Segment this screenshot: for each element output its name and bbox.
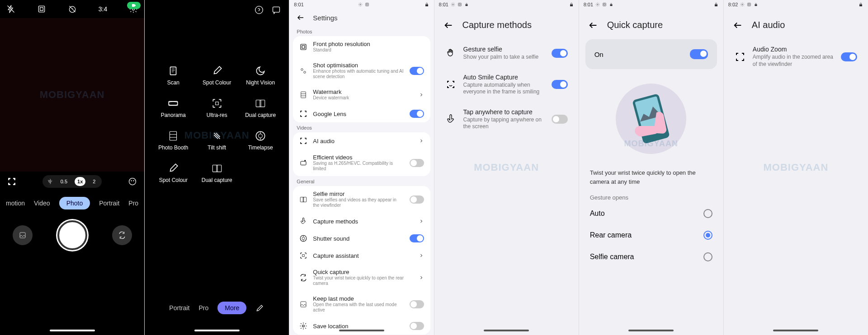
shutter-button[interactable] xyxy=(57,220,87,250)
row-selfie-mirror[interactable]: Selfie mirrorSave selfies and videos as … xyxy=(293,186,430,213)
toggle-keep-last-mode[interactable] xyxy=(410,300,424,308)
back-button[interactable] xyxy=(297,14,305,22)
gallery-button[interactable] xyxy=(13,225,33,245)
toggle-efficient-videos[interactable] xyxy=(410,159,424,167)
nav-bar-handle[interactable] xyxy=(50,330,95,331)
mode-spot-colour[interactable]: Spot Colour xyxy=(198,65,236,86)
page-title: Settings xyxy=(313,14,337,22)
row-watermark[interactable]: WatermarkDevice watermark xyxy=(293,84,430,105)
toggle-audio-zoom[interactable] xyxy=(841,52,857,61)
aspect-ratio-label[interactable]: 3:4 xyxy=(99,5,107,13)
more-modes-screen: Scan Spot Colour Night Vision Panorama U… xyxy=(145,0,289,335)
row-shutter-sound[interactable]: Shutter sound xyxy=(293,230,430,247)
toggle-shutter-sound[interactable] xyxy=(410,234,424,242)
mode-pro[interactable]: Pro xyxy=(128,200,138,207)
help-icon[interactable] xyxy=(255,5,264,14)
timer-off-icon[interactable] xyxy=(68,5,77,14)
radio-selfie-camera[interactable]: Selfie camera xyxy=(579,246,723,268)
flash-off-icon[interactable] xyxy=(6,5,15,14)
mode-dual-capture-2[interactable]: Dual capture xyxy=(198,163,236,183)
nav-bar-handle[interactable] xyxy=(773,330,818,331)
status-time: 8:01 xyxy=(584,2,593,7)
row-keep-last-mode[interactable]: Keep last modeOpen the camera with the l… xyxy=(293,291,430,317)
mode-video[interactable]: Video xyxy=(34,200,50,207)
row-front-photo-resolution[interactable]: Front photo resolutionStandard xyxy=(293,36,430,57)
zoom-1x[interactable]: 1x xyxy=(75,177,85,186)
mode-portrait[interactable]: Portrait xyxy=(99,200,119,207)
twist-illustration: MOBIGYAAN xyxy=(615,83,687,155)
feedback-icon[interactable] xyxy=(272,5,281,14)
toggle-save-location[interactable] xyxy=(410,322,424,330)
row-google-lens[interactable]: Google Lens xyxy=(293,105,430,122)
row-capture-methods[interactable]: Capture methods xyxy=(293,213,430,230)
row-tap-anywhere[interactable]: Tap anywhere to captureCapture by tappin… xyxy=(434,102,579,137)
row-audio-zoom[interactable]: Audio ZoomAmplify audio in the zoomed ar… xyxy=(724,39,868,74)
radio-auto-input[interactable] xyxy=(703,209,712,218)
toggle-tap-anywhere[interactable] xyxy=(552,115,568,124)
back-button[interactable] xyxy=(733,20,743,30)
status-time: 8:02 xyxy=(728,2,738,7)
mode-carousel[interactable]: motion Video Photo Portrait Pro xyxy=(0,191,144,215)
zoom-2x[interactable]: 2 xyxy=(90,177,98,186)
row-gesture-selfie[interactable]: Gesture selfieShow your palm to take a s… xyxy=(434,39,579,67)
toggle-shot-optimisation[interactable] xyxy=(410,67,424,75)
row-shot-optimisation[interactable]: Shot optimisationEnhance photos with aut… xyxy=(293,57,430,84)
spot-colour-icon xyxy=(211,65,223,77)
night-vision-icon xyxy=(255,65,266,77)
mode-more[interactable]: More xyxy=(217,302,246,314)
tap-icon xyxy=(445,114,456,125)
watermark-text: MOBIGYAAN xyxy=(764,162,829,173)
aspect-crop-icon[interactable] xyxy=(37,5,46,14)
nav-bar-handle[interactable] xyxy=(628,330,674,331)
master-toggle-row[interactable]: On xyxy=(585,39,717,69)
mode-ultra-res[interactable]: Ultra-res xyxy=(198,98,236,118)
quick-capture-screen: 8:01 Quick capture On MOBIGYAAN Twist yo… xyxy=(579,0,724,335)
edit-modes-icon[interactable] xyxy=(255,303,264,312)
row-efficient-videos[interactable]: Efficient videosSaving as H.265/HEVC. Co… xyxy=(293,149,430,176)
mode-panorama[interactable]: Panorama xyxy=(154,98,193,118)
camera-viewfinder[interactable]: MOBIGYAAN xyxy=(0,18,144,172)
mode-photo[interactable]: Photo xyxy=(59,197,90,209)
google-lens-icon[interactable] xyxy=(7,177,16,186)
row-quick-capture[interactable]: Quick captureTwist your wrist twice quic… xyxy=(293,264,430,291)
toggle-auto-smile[interactable] xyxy=(552,80,568,89)
mode-night-vision[interactable]: Night Vision xyxy=(241,65,280,86)
nav-bar-handle[interactable] xyxy=(194,330,240,331)
toggle-google-lens[interactable] xyxy=(410,110,424,118)
mode-scan[interactable]: Scan xyxy=(154,65,193,86)
back-button[interactable] xyxy=(588,20,598,30)
on-label: On xyxy=(594,51,604,58)
toggle-gesture-selfie[interactable] xyxy=(552,49,568,58)
status-icon xyxy=(365,2,369,7)
filters-icon[interactable] xyxy=(128,177,137,186)
toggle-selfie-mirror[interactable] xyxy=(410,195,424,204)
mode-pro[interactable]: Pro xyxy=(198,304,208,312)
mode-spot-colour-2[interactable]: Spot Colour xyxy=(154,163,193,183)
row-save-location[interactable]: Save location xyxy=(293,317,430,335)
mode-dual-capture[interactable]: Dual capture xyxy=(241,98,280,118)
back-button[interactable] xyxy=(443,20,453,30)
mode-portrait[interactable]: Portrait xyxy=(169,304,189,312)
row-auto-smile-capture[interactable]: Auto Smile CaptureCapture automatically … xyxy=(434,67,579,102)
flip-camera-button[interactable] xyxy=(112,225,132,245)
chevron-right-icon xyxy=(419,275,424,280)
smile-icon xyxy=(445,79,456,90)
zoom-selector: 0.5 1x 2 xyxy=(42,175,102,188)
status-time: 8:01 xyxy=(294,2,303,7)
row-ai-audio[interactable]: AI audio xyxy=(293,132,430,149)
page-title: Quick capture xyxy=(607,20,663,30)
row-capture-assistant[interactable]: Capture assistant xyxy=(293,247,430,264)
nav-bar-handle[interactable] xyxy=(339,330,384,331)
mode-slowmotion[interactable]: motion xyxy=(6,200,25,207)
zoom-0.5x[interactable]: 0.5 xyxy=(58,177,70,186)
radio-rear-input[interactable] xyxy=(703,231,712,240)
radio-selfie-input[interactable] xyxy=(703,252,712,261)
photo-booth-icon xyxy=(167,130,179,142)
radio-rear-camera[interactable]: Rear camera xyxy=(579,224,723,246)
macro-icon[interactable] xyxy=(46,178,53,185)
gear-icon xyxy=(740,2,745,7)
nav-bar-handle[interactable] xyxy=(484,330,529,331)
toggle-quick-capture[interactable] xyxy=(690,49,708,59)
radio-auto[interactable]: Auto xyxy=(579,203,723,224)
lock-icon xyxy=(424,2,429,7)
